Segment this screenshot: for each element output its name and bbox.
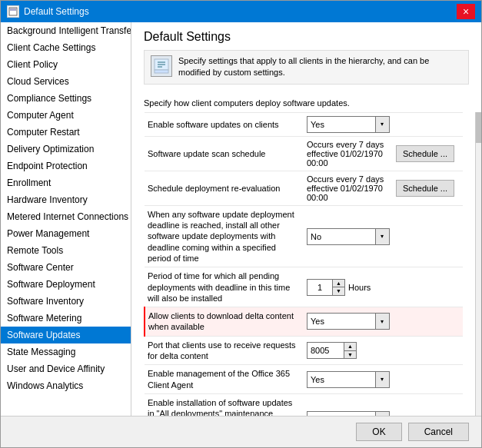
title-bar: Default Settings ×: [1, 1, 481, 22]
dropdown-3[interactable]: No▾: [307, 228, 390, 245]
sidebar-item-software-updates[interactable]: Software Updates: [1, 327, 131, 343]
sidebar-item-metered-internet-connections[interactable]: Metered Internet Connections: [1, 208, 131, 225]
footer: OK Cancel: [1, 416, 481, 447]
table-row: Enable installation of software updates …: [145, 393, 463, 416]
page-title: Default Settings: [144, 30, 469, 44]
table-row: Port that clients use to receive request…: [145, 336, 463, 365]
sidebar-item-delivery-optimization[interactable]: Delivery Optimization: [1, 141, 131, 158]
row-extra-1: Schedule ...: [393, 136, 463, 171]
scrollbar[interactable]: [475, 112, 481, 416]
sidebar-item-power-management[interactable]: Power Management: [1, 225, 131, 242]
sidebar-item-computer-restart[interactable]: Computer Restart: [1, 124, 131, 141]
table-row: Allow clients to download delta content …: [145, 307, 463, 337]
row-extra-5: [393, 307, 463, 337]
svg-rect-3: [155, 70, 168, 73]
row-label-3: When any software update deployment dead…: [145, 205, 304, 267]
sidebar-item-compliance-settings[interactable]: Compliance Settings: [1, 90, 131, 107]
sidebar-item-windows-analytics[interactable]: Windows Analytics: [1, 377, 131, 394]
settings-area: Enable software updates on clientsYes▾So…: [131, 112, 475, 416]
info-text: Specify settings that apply to all clien…: [178, 55, 462, 79]
window-title: Default Settings: [24, 6, 89, 17]
row-label-4: Period of time for which all pending dep…: [145, 267, 304, 307]
port-up-icon[interactable]: ▲: [344, 343, 356, 351]
info-banner: Specify settings that apply to all clien…: [144, 50, 469, 85]
window-body: Background Intelligent TransferClient Ca…: [1, 22, 481, 416]
sidebar-item-computer-agent[interactable]: Computer Agent: [1, 107, 131, 124]
row-control-7[interactable]: Yes▾: [304, 365, 393, 394]
spin-control-4[interactable]: 1▲▼: [307, 279, 345, 296]
row-label-0: Enable software updates on clients: [145, 112, 304, 136]
schedule-button-2[interactable]: Schedule ...: [396, 180, 454, 197]
row-extra-3: [393, 205, 463, 267]
table-row: Schedule deployment re-evaluationOccurs …: [145, 171, 463, 205]
table-row: Enable software updates on clientsYes▾: [145, 112, 463, 136]
sidebar-item-user-and-device-affinity[interactable]: User and Device Affinity: [1, 360, 131, 377]
info-icon: [151, 55, 172, 77]
row-control-1[interactable]: Occurs every 7 days effective 01/02/1970…: [304, 136, 393, 171]
row-extra-7: [393, 365, 463, 394]
settings-wrapper: Enable software updates on clientsYes▾So…: [131, 112, 481, 416]
dropdown-0[interactable]: Yes▾: [307, 116, 390, 133]
close-button[interactable]: ×: [457, 4, 475, 19]
row-label-5: Allow clients to download delta content …: [145, 307, 304, 337]
sidebar-item-hardware-inventory[interactable]: Hardware Inventory: [1, 191, 131, 208]
row-extra-4: [393, 267, 463, 307]
spin-down-icon[interactable]: ▼: [333, 287, 344, 295]
row-extra-8: [393, 393, 463, 416]
svg-rect-1: [10, 8, 16, 11]
row-control-6[interactable]: 8005▲▼: [304, 336, 393, 365]
sidebar-item-background-intelligent-transfer[interactable]: Background Intelligent Transfer: [1, 22, 131, 39]
sidebar: Background Intelligent TransferClient Ca…: [1, 22, 131, 416]
sidebar-item-endpoint-protection[interactable]: Endpoint Protection: [1, 158, 131, 174]
row-control-2[interactable]: Occurs every 7 days effective 01/02/1970…: [304, 171, 393, 205]
row-control-0[interactable]: Yes▾: [304, 112, 393, 136]
title-bar-left: Default Settings: [7, 5, 89, 18]
chevron-down-icon: ▾: [375, 117, 389, 132]
spin-up-icon[interactable]: ▲: [333, 280, 344, 288]
dropdown-5[interactable]: Yes▾: [307, 313, 390, 330]
row-label-7: Enable management of the Office 365 Clie…: [145, 365, 304, 394]
sidebar-item-software-deployment[interactable]: Software Deployment: [1, 276, 131, 293]
table-row: Software update scan scheduleOccurs ever…: [145, 136, 463, 171]
cancel-button[interactable]: Cancel: [408, 423, 469, 441]
sidebar-item-state-messaging[interactable]: State Messaging: [1, 343, 131, 360]
section-label: Specify how client computers deploy soft…: [131, 95, 481, 112]
chevron-down-icon: ▾: [375, 372, 389, 387]
row-label-6: Port that clients use to receive request…: [145, 336, 304, 365]
main-window: Default Settings × Background Intelligen…: [0, 0, 482, 448]
row-label-8: Enable installation of software updates …: [145, 393, 304, 416]
row-extra-2: Schedule ...: [393, 171, 463, 205]
chevron-down-icon: ▾: [375, 314, 389, 329]
table-row: Enable management of the Office 365 Clie…: [145, 365, 463, 394]
sidebar-item-cloud-services[interactable]: Cloud Services: [1, 73, 131, 90]
row-extra-6: [393, 336, 463, 365]
port-control-6[interactable]: 8005▲▼: [307, 342, 357, 359]
sidebar-item-enrollment[interactable]: Enrollment: [1, 174, 131, 191]
schedule-button-1[interactable]: Schedule ...: [396, 145, 454, 162]
sidebar-item-client-cache-settings[interactable]: Client Cache Settings: [1, 39, 131, 56]
sidebar-item-software-metering[interactable]: Software Metering: [1, 310, 131, 327]
sidebar-item-remote-tools[interactable]: Remote Tools: [1, 242, 131, 259]
sidebar-item-client-policy[interactable]: Client Policy: [1, 56, 131, 73]
row-label-1: Software update scan schedule: [145, 136, 304, 171]
row-control-8[interactable]: Yes▾: [304, 393, 393, 416]
row-control-3[interactable]: No▾: [304, 205, 393, 267]
ok-button[interactable]: OK: [356, 423, 401, 441]
table-row: When any software update deployment dead…: [145, 205, 463, 267]
sidebar-item-software-center[interactable]: Software Center: [1, 259, 131, 276]
dropdown-7[interactable]: Yes▾: [307, 371, 390, 388]
row-extra-0: [393, 112, 463, 136]
table-row: Period of time for which all pending dep…: [145, 267, 463, 307]
main-header: Default Settings Specify settings that a…: [131, 22, 481, 95]
sidebar-item-software-inventory[interactable]: Software Inventory: [1, 293, 131, 310]
main-content: Default Settings Specify settings that a…: [131, 22, 481, 416]
row-control-5[interactable]: Yes▾: [304, 307, 393, 337]
port-down-icon[interactable]: ▼: [344, 351, 356, 359]
row-label-2: Schedule deployment re-evaluation: [145, 171, 304, 205]
chevron-down-icon: ▾: [375, 229, 389, 244]
row-control-4[interactable]: 1▲▼Hours: [304, 267, 393, 307]
window-icon: [7, 5, 19, 18]
